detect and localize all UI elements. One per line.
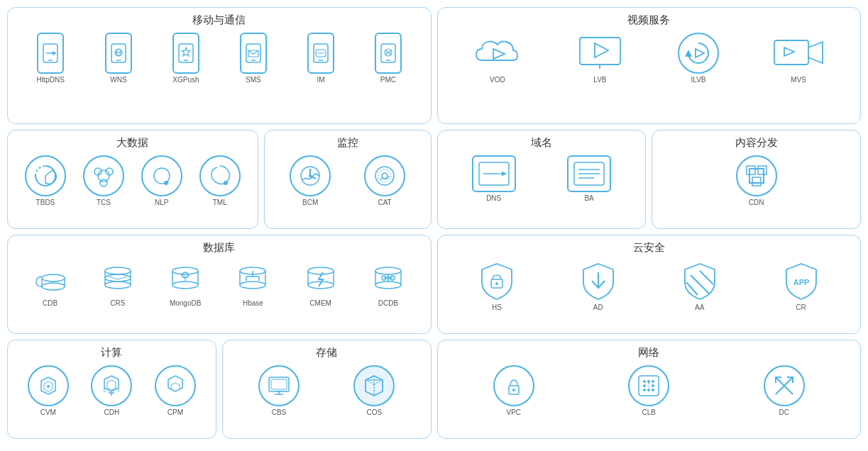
mvs-icon [772, 33, 825, 74]
svg-point-42 [309, 174, 312, 177]
vod-label: VOD [490, 76, 505, 84]
cdn-item: CDN [736, 155, 777, 206]
sms-icon [240, 33, 267, 74]
ad-item: AD [577, 260, 620, 311]
mvs-item: MVS [772, 33, 825, 84]
wns-icon [105, 33, 132, 74]
cdn-label: CDN [749, 199, 764, 206]
security-section: 云安全 HS [437, 235, 862, 334]
pmc-item: PMC [375, 33, 402, 84]
pmc-icon [375, 33, 402, 74]
compute-section: 计算 CVM [7, 340, 216, 439]
tbds-label: TBDS [36, 199, 55, 206]
nlp-item: NLP [141, 155, 182, 206]
vpc-label: VPC [506, 408, 521, 416]
httpdns-label: HttpDNS [37, 76, 65, 84]
cdh-item: CDH [91, 365, 132, 416]
svg-point-84 [375, 267, 401, 274]
svg-point-67 [172, 267, 198, 274]
im-label: IM [317, 76, 324, 84]
cdn-title: 内容分发 [661, 136, 852, 150]
cbs-label: CBS [272, 408, 287, 416]
svg-point-59 [42, 283, 65, 290]
mobile-section: 移动与通信 HttpDNS [7, 7, 432, 124]
svg-line-97 [686, 282, 698, 295]
wns-item: WNS [105, 33, 132, 84]
lvb-item: LVB [575, 33, 625, 84]
svg-point-110 [652, 380, 654, 383]
httpdns-item: HttpDNS [37, 33, 65, 84]
hs-icon [476, 260, 518, 301]
ba-item: BA [567, 155, 611, 202]
dc-item: DC [764, 365, 805, 416]
cvm-label: CVM [40, 408, 56, 416]
svg-marker-32 [784, 48, 794, 56]
vod-item: VOD [473, 33, 522, 84]
monitor-section: 监控 BCM [264, 130, 432, 229]
cdh-icon [91, 365, 132, 406]
monitor-title: 监控 [273, 136, 422, 150]
cvm-icon [28, 365, 69, 406]
tcs-item: TCS [83, 155, 124, 206]
bcm-item: BCM [290, 155, 331, 206]
mongodb-icon [165, 260, 206, 297]
cat-icon [364, 155, 405, 196]
cr-label: CR [796, 304, 806, 311]
clb-label: CLB [642, 408, 656, 416]
domain-title: 域名 [446, 136, 637, 150]
hbase-item: Hbase [232, 260, 273, 307]
tbds-item: TBDS [25, 155, 66, 206]
dns-label: DNS [486, 194, 501, 202]
dns-icon [472, 155, 516, 192]
svg-rect-54 [758, 166, 767, 174]
aa-label: AA [695, 304, 704, 311]
cos-item: COS [353, 365, 395, 416]
dc-label: DC [779, 408, 789, 416]
cr-item: APP CR [780, 260, 823, 311]
hs-item: HS [476, 260, 518, 311]
dc-icon [764, 365, 805, 406]
crs-icon [97, 260, 138, 297]
vpc-icon [493, 365, 534, 406]
mvs-label: MVS [791, 76, 806, 84]
svg-point-75 [240, 282, 265, 289]
bcm-icon [290, 155, 331, 196]
svg-rect-53 [747, 166, 755, 174]
svg-point-18 [320, 52, 322, 54]
svg-point-44 [378, 169, 391, 182]
cat-label: CAT [378, 199, 391, 206]
cdn-section: 内容分发 CDN [652, 130, 861, 229]
cat-item: CAT [364, 155, 405, 206]
svg-rect-3 [111, 44, 126, 62]
svg-rect-104 [271, 379, 287, 389]
tml-item: TML [199, 155, 241, 206]
ilvb-icon [678, 33, 719, 74]
hbase-label: Hbase [243, 299, 263, 307]
lvb-label: LVB [593, 76, 606, 84]
svg-text:APP: APP [793, 278, 809, 286]
security-title: 云安全 [446, 241, 852, 255]
svg-point-37 [164, 181, 168, 185]
nlp-label: NLP [155, 199, 168, 206]
svg-point-106 [512, 389, 515, 391]
im-item: IM [307, 33, 334, 84]
domain-section: 域名 DNS [437, 130, 647, 229]
cvm-item: CVM [28, 365, 69, 416]
tcs-label: TCS [97, 199, 111, 206]
svg-point-113 [643, 389, 646, 391]
tbds-icon [25, 155, 66, 196]
tcs-icon [83, 155, 124, 196]
storage-title: 存储 [231, 346, 422, 360]
cdb-item: CDB [30, 260, 71, 307]
storage-section: 存储 CBS [222, 340, 432, 439]
svg-point-99 [47, 385, 50, 388]
svg-line-96 [700, 271, 713, 284]
cdh-label: CDH [104, 408, 120, 416]
pmc-label: PMC [380, 76, 396, 84]
cdn-icon [736, 155, 777, 196]
cmem-icon [300, 260, 341, 297]
svg-rect-55 [752, 177, 761, 186]
network-section: 网络 VPC [437, 340, 862, 439]
cdb-label: CDB [43, 299, 57, 307]
svg-point-36 [100, 179, 107, 186]
